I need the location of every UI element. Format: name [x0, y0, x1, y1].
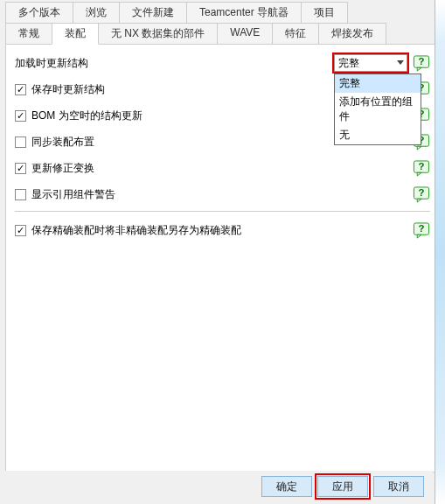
row-load-update-structure: 加载时更新结构 完整 完整 添加有位置的组件 无: [15, 53, 430, 73]
tab-wave[interactable]: WAVE: [217, 23, 273, 45]
tab-weld-publish[interactable]: 焊接发布: [318, 23, 386, 45]
chevron-down-icon: [397, 60, 404, 65]
row-save-precise-assembly: 保存精确装配时将非精确装配另存为精确装配: [15, 220, 430, 240]
tab-label: 焊接发布: [331, 27, 373, 39]
row-show-ref-component-warning: 显示引用组件警告: [15, 185, 430, 204]
dropdown-value: 完整: [338, 56, 359, 71]
tab-label: 项目: [314, 6, 335, 18]
checkbox-sync-assembly-layout[interactable]: [15, 136, 26, 148]
checkbox-save-precise-assembly[interactable]: [15, 225, 26, 236]
checkbox-update-revision-transform[interactable]: [15, 163, 26, 174]
label-update-revision-transform: 更新修正变换: [31, 161, 407, 176]
divider: [15, 211, 430, 212]
help-icon[interactable]: [413, 160, 430, 177]
help-icon[interactable]: [413, 186, 430, 203]
apply-button[interactable]: 应用: [317, 476, 368, 497]
tab-label: 特征: [285, 27, 306, 39]
cancel-button[interactable]: 取消: [373, 476, 424, 497]
help-icon[interactable]: [413, 55, 430, 72]
tab-feature[interactable]: 特征: [272, 23, 319, 45]
tab-label: WAVE: [230, 26, 260, 38]
tabs-row-1: 多个版本 浏览 文件新建 Teamcenter 导航器 项目: [0, 0, 445, 23]
tab-label: 文件新建: [132, 6, 174, 18]
checkbox-save-update-structure[interactable]: [15, 84, 26, 95]
tab-content: 加载时更新结构 完整 完整 添加有位置的组件 无 保存时更新结构 BOM 为空时…: [5, 44, 440, 472]
help-icon[interactable]: [413, 222, 430, 239]
tab-label: 装配: [65, 27, 86, 39]
tab-label: 无 NX 数据集的部件: [111, 27, 205, 39]
tab-label: 常规: [18, 27, 39, 39]
tab-general[interactable]: 常规: [5, 23, 52, 45]
dropdown-option[interactable]: 完整: [335, 74, 421, 93]
checkbox-show-ref-component-warning[interactable]: [15, 189, 26, 200]
tab-label: 浏览: [86, 6, 107, 18]
dropdown-option[interactable]: 添加有位置的组件: [335, 93, 421, 126]
label-load-update-structure: 加载时更新结构: [15, 56, 334, 71]
label-show-ref-component-warning: 显示引用组件警告: [31, 187, 407, 202]
tab-browse[interactable]: 浏览: [73, 2, 120, 24]
tab-no-nx-data[interactable]: 无 NX 数据集的部件: [98, 23, 218, 45]
tab-assembly[interactable]: 装配: [52, 23, 99, 45]
right-side-strip: [435, 0, 445, 504]
load-update-dropdown[interactable]: 完整: [334, 54, 407, 72]
ok-button[interactable]: 确定: [261, 476, 312, 497]
label-save-precise-assembly: 保存精确装配时将非精确装配另存为精确装配: [31, 223, 407, 238]
tab-multi-version[interactable]: 多个版本: [5, 2, 73, 24]
row-update-revision-transform: 更新修正变换: [15, 158, 430, 178]
dropdown-wrap: 完整 完整 添加有位置的组件 无: [334, 54, 407, 72]
checkbox-bom-empty-update[interactable]: [15, 110, 26, 122]
tabs-row-2: 常规 装配 无 NX 数据集的部件 WAVE 特征 焊接发布: [0, 23, 445, 44]
tab-project[interactable]: 项目: [301, 2, 348, 24]
tab-label: Teamcenter 导航器: [199, 6, 289, 18]
dropdown-option[interactable]: 无: [335, 126, 421, 144]
tab-teamcenter-navigator[interactable]: Teamcenter 导航器: [186, 2, 302, 24]
tab-file-new[interactable]: 文件新建: [119, 2, 187, 24]
dialog-footer: 确定 应用 取消: [0, 471, 433, 502]
tab-label: 多个版本: [18, 6, 60, 18]
dropdown-list: 完整 添加有位置的组件 无: [334, 74, 421, 145]
